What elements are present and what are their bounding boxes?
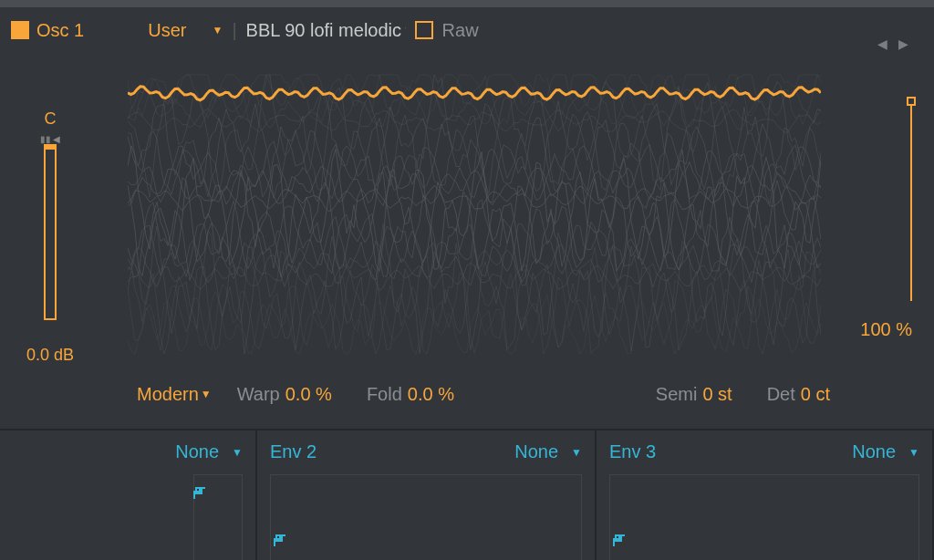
- semi-label: Semi: [656, 384, 698, 405]
- envelope-panels: None ▼ Env 2 None ▼ Env 3 None ▼: [0, 429, 934, 560]
- fold-value[interactable]: 0.0 %: [408, 384, 454, 405]
- separator: |: [232, 20, 236, 41]
- gain-note-label: C: [45, 109, 57, 129]
- gain-slider[interactable]: [44, 144, 57, 320]
- semi-value[interactable]: 0 st: [702, 384, 732, 405]
- env3-breakpoint-handle[interactable]: [613, 533, 629, 545]
- wavetable-display[interactable]: [128, 73, 821, 356]
- semi-param[interactable]: Semi 0 st: [656, 384, 732, 405]
- gain-tick-mark: ▮▮: [40, 134, 51, 144]
- gain-tick: ▮▮ ◀: [27, 134, 73, 144]
- chevron-down-icon: ▼: [403, 24, 406, 36]
- fold-label: Fold: [367, 384, 402, 405]
- env1-breakpoint-handle[interactable]: [193, 485, 210, 498]
- env3-display[interactable]: [609, 474, 919, 560]
- wavetable-position-control: 100 %: [848, 100, 912, 365]
- gain-indicator-icon: ◀: [53, 134, 60, 144]
- env-panel-2: Env 2 None ▼: [257, 429, 597, 560]
- wavetable-preset-label: BBL 90 lofi melodic: [246, 20, 401, 41]
- env-panel-1: None ▼: [0, 429, 257, 560]
- osc-parameters: Modern ▼ Warp 0.0 % Fold 0.0 % Semi 0 st…: [137, 378, 830, 410]
- detune-value[interactable]: 0 ct: [801, 384, 830, 405]
- chevron-down-icon: ▼: [571, 446, 582, 459]
- wavetable-category-dropdown[interactable]: User ▼: [148, 20, 223, 41]
- env3-target-label: None: [852, 441, 896, 462]
- env1-target-label: None: [175, 441, 219, 462]
- env1-target-dropdown[interactable]: None ▼: [175, 441, 243, 462]
- window-top-bar: [0, 0, 934, 7]
- env3-title: Env 3: [609, 441, 656, 462]
- fold-param[interactable]: Fold 0.0 %: [367, 384, 454, 405]
- warp-label: Warp: [237, 384, 280, 405]
- wavetable-preset-dropdown[interactable]: BBL 90 lofi melodic ▼: [246, 20, 406, 41]
- position-slider-handle[interactable]: [907, 97, 916, 106]
- env-panel-3: Env 3 None ▼: [597, 429, 934, 560]
- warp-value[interactable]: 0.0 %: [285, 384, 332, 405]
- position-slider[interactable]: [910, 100, 912, 301]
- detune-param[interactable]: Det 0 ct: [767, 384, 830, 405]
- env2-target-dropdown[interactable]: None ▼: [514, 441, 582, 462]
- gain-value[interactable]: 0.0 dB: [26, 346, 74, 365]
- chevron-down-icon: ▼: [201, 388, 212, 400]
- env3-target-dropdown[interactable]: None ▼: [852, 441, 919, 462]
- env2-breakpoint-handle[interactable]: [274, 533, 290, 545]
- effect-mode-dropdown[interactable]: Modern ▼: [137, 384, 212, 405]
- osc-label: Osc 1: [36, 20, 84, 41]
- env2-target-label: None: [514, 441, 558, 462]
- gain-control: C ▮▮ ◀ 0.0 dB: [27, 109, 73, 365]
- raw-toggle[interactable]: [415, 21, 433, 39]
- osc-header: Osc 1 User ▼ | BBL 90 lofi melodic ▼ Raw…: [0, 16, 934, 44]
- env2-title: Env 2: [270, 441, 317, 462]
- detune-label: Det: [767, 384, 795, 405]
- env2-display[interactable]: [270, 474, 582, 560]
- preset-prev-next[interactable]: ◀ ▶: [877, 36, 912, 51]
- chevron-down-icon: ▼: [212, 24, 223, 36]
- raw-label: Raw: [442, 20, 479, 41]
- gain-slider-handle[interactable]: [46, 146, 55, 150]
- chevron-down-icon: ▼: [908, 446, 919, 459]
- position-value[interactable]: 100 %: [860, 319, 912, 340]
- osc-enable-toggle[interactable]: [11, 21, 29, 39]
- wavetable-category-label: User: [148, 20, 186, 41]
- warp-param[interactable]: Warp 0.0 %: [237, 384, 332, 405]
- chevron-down-icon: ▼: [232, 446, 243, 459]
- effect-mode-label: Modern: [137, 384, 199, 405]
